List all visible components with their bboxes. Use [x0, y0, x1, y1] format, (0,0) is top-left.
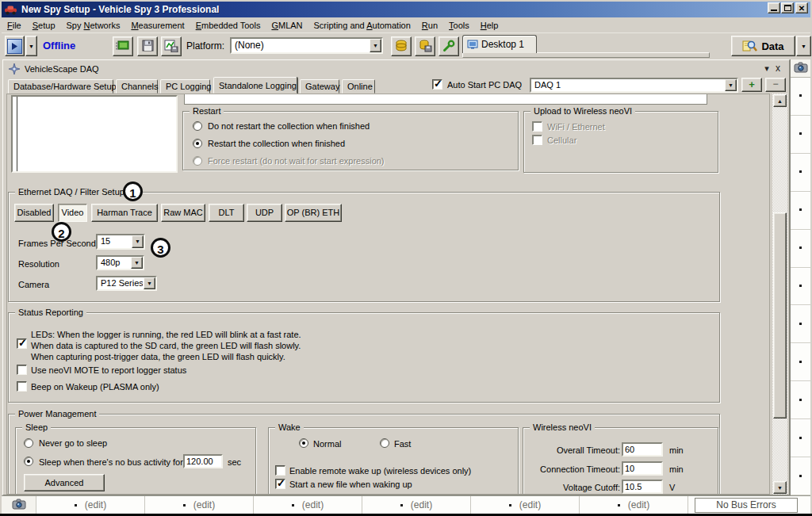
- scrollbar-thumb[interactable]: [773, 212, 787, 419]
- dock-item[interactable]: [791, 192, 810, 230]
- daq-dropdown-button[interactable]: ▼: [725, 79, 737, 91]
- panel-collapse-button[interactable]: ▾: [761, 63, 772, 75]
- save-data-button[interactable]: [161, 36, 182, 56]
- fps-dropdown-button[interactable]: ▼: [132, 235, 144, 248]
- filter-udp-button[interactable]: UDP: [247, 204, 282, 222]
- run-options-dropdown[interactable]: ▼: [25, 36, 37, 56]
- close-button[interactable]: ✕: [795, 2, 808, 13]
- hardware-setup-button[interactable]: [113, 36, 133, 56]
- camera-select[interactable]: P12 Series ▼: [96, 276, 157, 291]
- resolution-select[interactable]: 480p ▼: [96, 255, 144, 270]
- menu-file[interactable]: File: [2, 18, 27, 32]
- statusbar-edit-slot[interactable]: (edit): [254, 496, 362, 514]
- statusbar-edit-slot[interactable]: (edit): [580, 496, 688, 514]
- menu-tools[interactable]: Tools: [443, 18, 475, 32]
- filter-dlt-button[interactable]: DLT: [209, 204, 244, 222]
- scroll-up-button[interactable]: ▲: [773, 94, 787, 107]
- menu-spy-networks[interactable]: Spy Networks: [61, 18, 126, 32]
- sleep-activity-radio[interactable]: [24, 457, 33, 466]
- database-icon: [395, 40, 408, 54]
- menu-run[interactable]: Run: [416, 18, 443, 32]
- fps-select[interactable]: 15 ▼: [96, 234, 145, 250]
- menu-measurement[interactable]: Measurement: [125, 18, 190, 32]
- voltage-cutoff-input[interactable]: [622, 480, 663, 494]
- save-icon: [142, 40, 154, 53]
- dock-item[interactable]: [791, 305, 810, 343]
- database-save-button[interactable]: [415, 36, 435, 56]
- tab-standalone-logging[interactable]: Standalone Logging: [213, 77, 297, 94]
- statusbar-edit-slot[interactable]: (edit): [362, 496, 471, 514]
- run-button[interactable]: [5, 36, 25, 56]
- statusbar-edit-slot[interactable]: (edit): [36, 496, 145, 514]
- database-button[interactable]: [391, 36, 412, 56]
- remove-daq-button[interactable]: −: [765, 78, 786, 92]
- neovi-mote-checkbox[interactable]: [17, 365, 27, 375]
- menu-scripting-automation[interactable]: Scripting and Automation: [308, 18, 416, 32]
- tab-channels[interactable]: Channels: [116, 79, 158, 94]
- auto-start-pc-daq-checkbox[interactable]: [432, 79, 442, 90]
- sleep-seconds-input[interactable]: [183, 454, 223, 468]
- wake-fast-radio[interactable]: [380, 438, 389, 448]
- data-dropdown-button[interactable]: ▼: [796, 36, 811, 56]
- tab-gateway[interactable]: Gateway: [300, 79, 339, 94]
- fps-value: 15: [99, 235, 131, 248]
- menu-help[interactable]: Help: [475, 18, 504, 32]
- dock-item[interactable]: [791, 343, 810, 381]
- filter-video-button[interactable]: Video: [58, 204, 87, 222]
- tab-pc-logging[interactable]: PC Logging: [160, 79, 210, 94]
- tools-button[interactable]: [439, 36, 459, 56]
- beep-wakeup-checkbox[interactable]: [17, 381, 27, 392]
- desktop-tab[interactable]: Desktop 1: [462, 35, 537, 53]
- dock-item[interactable]: [791, 419, 810, 457]
- wrench-icon: [442, 40, 455, 54]
- led-status-checkbox[interactable]: [17, 338, 27, 349]
- tab-database-hardware-setup[interactable]: Database/Hardware Setup: [8, 79, 113, 94]
- filter-raw-mac-button[interactable]: Raw MAC: [161, 204, 205, 222]
- camera-dropdown-button[interactable]: ▼: [144, 277, 155, 289]
- menu-embedded-tools[interactable]: Embedded Tools: [190, 18, 266, 32]
- minimize-button[interactable]: [768, 2, 780, 13]
- never-sleep-radio[interactable]: [24, 438, 33, 448]
- scroll-down-button[interactable]: ▼: [773, 481, 787, 494]
- resolution-dropdown-button[interactable]: ▼: [131, 257, 143, 269]
- wake-normal-radio[interactable]: [299, 438, 308, 448]
- menu-setup[interactable]: Setup: [27, 18, 61, 32]
- maximize-button[interactable]: [781, 2, 794, 13]
- add-daq-button[interactable]: +: [741, 78, 762, 92]
- connection-timeout-input[interactable]: [622, 461, 663, 476]
- dock-item[interactable]: [791, 78, 810, 116]
- standalone-logging-content: Restart Do not restart the collection wh…: [6, 94, 770, 495]
- platform-dropdown-button[interactable]: ▼: [370, 39, 381, 52]
- advanced-button[interactable]: Advanced: [24, 474, 105, 491]
- dot-icon: [292, 504, 294, 506]
- platform-select[interactable]: (None) ▼: [230, 37, 383, 54]
- chevron-down-icon: ▼: [728, 82, 733, 88]
- restart-no-radio[interactable]: [193, 121, 202, 131]
- remote-wakeup-checkbox[interactable]: [275, 465, 285, 476]
- overall-timeout-input[interactable]: [622, 442, 663, 457]
- dock-item[interactable]: [791, 230, 810, 268]
- statusbar-edit-slot[interactable]: (edit): [471, 496, 580, 514]
- filter-disabled-button[interactable]: Disabled: [14, 204, 54, 222]
- statusbar-edit-slot[interactable]: (edit): [145, 496, 254, 514]
- panel-close-button[interactable]: x: [772, 63, 783, 75]
- data-button[interactable]: Data: [731, 36, 795, 56]
- daq-select[interactable]: DAQ 1 ▼: [530, 78, 738, 93]
- capture-camera-button[interactable]: [791, 59, 810, 78]
- beep-wakeup-label: Beep on Wakeup (PLASMA only): [31, 382, 159, 392]
- save-setup-button[interactable]: [137, 36, 158, 56]
- restart-yes-radio[interactable]: [193, 139, 202, 148]
- statusbar-camera-button[interactable]: [2, 496, 36, 514]
- filter-harman-trace-button[interactable]: Harman Trace: [91, 204, 158, 222]
- dock-item[interactable]: [791, 116, 810, 154]
- filter-op-br-eth-button[interactable]: OP (BR) ETH: [285, 204, 342, 222]
- menu-gmlan[interactable]: GMLAN: [266, 18, 308, 32]
- dock-item[interactable]: [791, 268, 810, 306]
- new-file-wakeup-checkbox[interactable]: [275, 479, 285, 489]
- content-scrollbar[interactable]: ▲ ▼: [772, 94, 787, 495]
- collection-list[interactable]: [11, 95, 178, 173]
- dock-item[interactable]: [791, 457, 810, 495]
- dock-item[interactable]: [791, 381, 810, 419]
- tab-online[interactable]: Online: [342, 79, 375, 94]
- dock-item[interactable]: [791, 154, 810, 192]
